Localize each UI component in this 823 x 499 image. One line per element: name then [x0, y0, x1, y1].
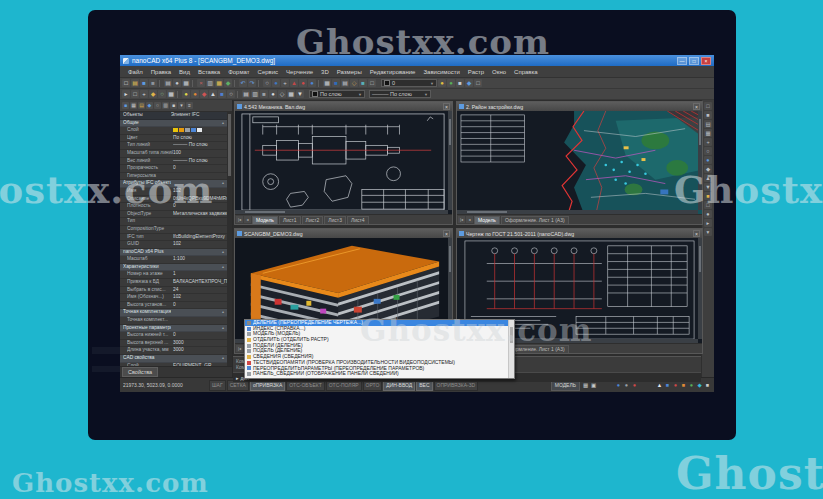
toolbar-icon[interactable]: ○	[704, 147, 712, 155]
tray-icon[interactable]: ●	[688, 382, 695, 389]
toolbar-icon[interactable]: ●	[704, 210, 712, 218]
toolbar-icon[interactable]: ▤	[242, 90, 250, 98]
vertical-scrollbar[interactable]	[698, 238, 702, 339]
toolbar-icon[interactable]: □	[704, 201, 712, 209]
toolbar-icon[interactable]: ■	[260, 90, 268, 98]
maximize-button[interactable]: □	[689, 57, 699, 65]
child-titlebar[interactable]: 2. Район застройки.dwg ×	[457, 102, 702, 111]
property-row[interactable]: Высота нижней т... 0	[120, 332, 227, 340]
toolbar-icon[interactable]: ×	[197, 79, 205, 87]
toolbar-icon[interactable]: ■	[140, 79, 148, 87]
child-close-button[interactable]: ×	[693, 103, 700, 110]
tray-icon[interactable]: ■	[664, 382, 671, 389]
toolbar-icon[interactable]: ◆	[465, 79, 473, 87]
menu-item[interactable]: Черчение	[282, 69, 317, 75]
child-close-button[interactable]: ×	[693, 230, 700, 237]
child-close-button[interactable]: ×	[443, 230, 450, 237]
toolbar-icon[interactable]: ●	[269, 90, 277, 98]
layout-tab[interactable]: Лист2	[302, 216, 324, 224]
property-row[interactable]: Объекты Элемент IFC	[120, 112, 227, 120]
tray-icon[interactable]: ■	[704, 382, 711, 389]
menu-item[interactable]: Редактирование	[366, 69, 420, 75]
layout-tab[interactable]: Оформление. Лист 1 (А3)	[501, 216, 569, 224]
toolbar-icon[interactable]: ●	[704, 156, 712, 164]
property-row[interactable]: CompositionType	[120, 226, 227, 234]
toolbar-icon[interactable]: ■	[359, 79, 367, 87]
property-row[interactable]: Прозрачность 0	[120, 165, 227, 173]
toolbar-icon[interactable]	[318, 80, 321, 87]
status-icon[interactable]: ●	[615, 382, 622, 389]
toolbar-icon[interactable]: ●	[191, 90, 199, 98]
menu-item[interactable]: 3D	[317, 69, 333, 75]
vertical-scrollbar[interactable]	[448, 111, 452, 210]
toolbar-icon[interactable]: □	[131, 90, 139, 98]
props-toolbar-icon[interactable]: ◆	[146, 102, 153, 109]
toolbar-icon[interactable]: ▲	[290, 79, 298, 87]
child-titlebar[interactable]: Чертеж по ГОСТ 21.501-2011 (nanoCAD).dwg…	[457, 229, 702, 238]
toolbar-icon[interactable]	[159, 80, 162, 87]
titlebar[interactable]: nanoCAD x64 Plus 8 - [SCANGBM_DEMO3.dwg]…	[120, 55, 714, 66]
props-scrollbar[interactable]	[227, 112, 232, 367]
property-row[interactable]: Номер на этаже 1	[120, 271, 227, 279]
property-row[interactable]: Атрибуты IFC объекта	[120, 180, 227, 188]
property-row[interactable]: Тип линий ——— По слою	[120, 142, 227, 150]
toolbar-icon[interactable]: ▤	[164, 79, 172, 87]
toolbar-icon[interactable]: ↷	[248, 79, 256, 87]
toolbar-icon[interactable]: □	[368, 79, 376, 87]
toolbar-icon[interactable]: ◆	[704, 165, 712, 173]
minimize-button[interactable]: —	[677, 57, 687, 65]
toolbar-icon[interactable]: □	[474, 79, 482, 87]
toolbar-icon[interactable]: ▥	[206, 79, 214, 87]
child-titlebar[interactable]: SCANGBM_DEMO3.dwg ×	[235, 229, 452, 238]
property-row[interactable]: Цвет По слою	[120, 135, 227, 143]
tab-nav-first[interactable]: |◂	[236, 216, 243, 223]
tray-icon[interactable]: ●	[672, 382, 679, 389]
toolbar-icon[interactable]: ▾	[704, 228, 712, 236]
toolbar-icon[interactable]: ▦	[704, 129, 712, 137]
property-row[interactable]: nanoCAD x64 Plus	[120, 249, 227, 257]
props-toolbar-icon[interactable]: ▥	[162, 102, 169, 109]
toolbar-icon[interactable]: ▦	[182, 79, 190, 87]
menu-item[interactable]: Сервис	[254, 69, 283, 75]
property-row[interactable]: ObjectType Металлическая задвижка 30ч6	[120, 211, 227, 219]
tray-icon[interactable]: ▲	[656, 382, 663, 389]
layer-combo[interactable]: 0 ▼	[381, 79, 437, 87]
property-row[interactable]: Высота верхней ... 3000	[120, 340, 227, 348]
toolbar-icon[interactable]: ■	[704, 111, 712, 119]
toolbar-icon[interactable]: ●	[272, 79, 280, 87]
color-combo[interactable]: По слою ▼	[309, 90, 365, 98]
menu-item[interactable]: Правка	[147, 69, 175, 75]
linetype-combo[interactable]: ——— По слою ▼	[369, 90, 431, 98]
menu-item[interactable]: Растр	[464, 69, 488, 75]
layout-tab[interactable]: Лист1	[279, 216, 301, 224]
property-row[interactable]: Имя 102	[120, 188, 227, 196]
child-titlebar[interactable]: 4.543 Механика. Вал.dwg ×	[235, 102, 452, 111]
tab-nav-prev[interactable]: ◂	[466, 216, 473, 223]
toolbar-icon[interactable]: ▦	[323, 79, 331, 87]
status-icon[interactable]: ▣	[590, 382, 597, 389]
scrollbar-thumb[interactable]	[228, 114, 231, 176]
toolbar-icon[interactable]: ●	[182, 90, 190, 98]
toolbar-icon[interactable]: ▤	[704, 120, 712, 128]
menu-item[interactable]: Справка	[510, 69, 542, 75]
close-button[interactable]: ×	[701, 57, 711, 65]
toolbar-icon[interactable]: ▤	[131, 79, 139, 87]
toolbar-icon[interactable]: □	[122, 79, 130, 87]
toolbar-icon[interactable]: □	[704, 102, 712, 110]
toolbar-icon[interactable]: ■	[456, 79, 464, 87]
toolbar-icon[interactable]: ▦	[287, 90, 295, 98]
status-toggle[interactable]: ШАГ	[209, 380, 226, 391]
scrollbar-thumb[interactable]	[510, 327, 513, 343]
toolbar-icon[interactable]: ◆	[224, 79, 232, 87]
props-toolbar-icon[interactable]: ▤	[138, 102, 145, 109]
property-row[interactable]: Слой	[120, 127, 227, 135]
property-row[interactable]: GUID 102	[120, 241, 227, 249]
status-icon[interactable]: ●	[631, 382, 638, 389]
tab-nav-prev[interactable]: ◂	[244, 216, 251, 223]
toolbar-icon[interactable]: ○	[158, 90, 166, 98]
toolbar-icon[interactable]: ●	[447, 79, 455, 87]
toolbar-icon[interactable]	[177, 91, 180, 98]
property-row[interactable]: Имя (Обознач...) 102	[120, 294, 227, 302]
props-toolbar-icon[interactable]: ▦	[130, 102, 137, 109]
tray-icon[interactable]: ■	[680, 382, 687, 389]
